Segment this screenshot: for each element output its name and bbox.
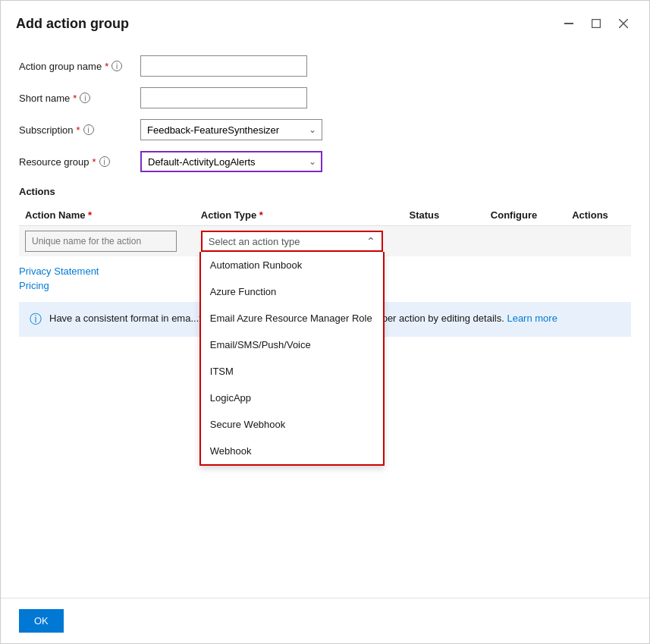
resource-group-select[interactable]: Default-ActivityLogAlerts <box>140 151 322 172</box>
subscription-select[interactable]: Feedback-FeatureSynthesizer <box>140 119 322 140</box>
subscription-select-wrapper: Feedback-FeatureSynthesizer ⌄ <box>140 119 322 140</box>
svg-rect-1 <box>592 20 601 28</box>
action-name-cell <box>19 226 195 257</box>
dropdown-item-logicapp[interactable]: LogicApp <box>201 385 383 411</box>
maximize-button[interactable] <box>586 13 607 34</box>
action-group-name-row: Action group name * i <box>19 55 631 77</box>
action-group-name-info-icon[interactable]: i <box>111 61 122 71</box>
col-header-status: Status <box>404 205 485 226</box>
action-type-dropdown-menu: Automation Runbook Azure Function Email … <box>199 252 385 466</box>
close-button[interactable] <box>613 13 634 34</box>
titlebar-controls <box>558 13 634 34</box>
learn-more-link[interactable]: Learn more <box>507 313 557 324</box>
action-group-name-label: Action group name * i <box>19 61 140 72</box>
col-header-configure: Configure <box>485 205 566 226</box>
required-star-3: * <box>77 124 80 136</box>
col-action-type-required: * <box>259 209 263 221</box>
dialog-title: Add action group <box>16 16 129 32</box>
status-cell <box>404 226 485 257</box>
actions-section-label: Actions <box>19 186 631 197</box>
info-banner-icon: ⓘ <box>30 312 42 328</box>
dropdown-item-email-azure-resource-manager-role[interactable]: Email Azure Resource Manager Role <box>201 305 383 331</box>
dialog-titlebar: Add action group <box>1 1 649 43</box>
dropdown-item-email-sms-push-voice[interactable]: Email/SMS/Push/Voice <box>201 331 383 358</box>
dialog-footer: OK <box>1 598 649 643</box>
required-star: * <box>105 61 108 72</box>
minimize-button[interactable] <box>558 13 579 34</box>
dropdown-item-webhook[interactable]: Webhook <box>201 438 383 464</box>
actions-table: Action Name * Action Type * Status Confi… <box>19 205 631 256</box>
dialog-body: Action group name * i Short name * i Sub… <box>1 43 649 598</box>
col-header-actions: Actions <box>566 205 631 226</box>
required-star-2: * <box>73 93 77 104</box>
short-name-row: Short name * i <box>19 87 631 108</box>
action-type-cell: Select an action type ⌃ Automation Runbo… <box>195 226 404 257</box>
short-name-label: Short name * i <box>19 93 140 104</box>
col-header-action-name: Action Name * <box>19 205 195 226</box>
configure-cell <box>485 226 566 257</box>
resource-group-info-icon[interactable]: i <box>99 156 110 167</box>
table-row: Select an action type ⌃ Automation Runbo… <box>19 226 631 257</box>
subscription-row: Subscription * i Feedback-FeatureSynthes… <box>19 119 631 140</box>
action-name-input[interactable] <box>25 231 177 252</box>
subscription-label: Subscription * i <box>19 124 140 136</box>
action-group-name-input[interactable] <box>140 55 307 77</box>
dropdown-item-itsm[interactable]: ITSM <box>201 358 383 385</box>
col-action-name-required: * <box>88 209 92 221</box>
resource-group-row: Resource group * i Default-ActivityLogAl… <box>19 151 631 172</box>
col-header-action-type: Action Type * <box>195 205 404 226</box>
dropdown-item-automation-runbook[interactable]: Automation Runbook <box>201 252 383 278</box>
action-type-placeholder: Select an action type <box>209 236 300 247</box>
short-name-info-icon[interactable]: i <box>80 93 90 103</box>
short-name-input[interactable] <box>140 87 307 108</box>
resource-group-select-wrapper: Default-ActivityLogAlerts ⌄ <box>140 151 322 172</box>
add-action-group-dialog: Add action group Action group name * i <box>0 0 650 644</box>
required-star-4: * <box>93 156 96 168</box>
action-type-dropdown-container: Select an action type ⌃ Automation Runbo… <box>201 231 383 252</box>
resource-group-label: Resource group * i <box>19 156 140 168</box>
actions-cell <box>566 226 631 257</box>
dropdown-item-azure-function[interactable]: Azure Function <box>201 278 383 305</box>
action-type-dropdown-trigger[interactable]: Select an action type ⌃ <box>201 231 383 252</box>
subscription-info-icon[interactable]: i <box>83 124 94 135</box>
dropdown-item-secure-webhook[interactable]: Secure Webhook <box>201 411 383 438</box>
action-type-chevron-icon: ⌃ <box>366 235 375 247</box>
ok-button[interactable]: OK <box>19 609 64 633</box>
svg-rect-0 <box>564 23 573 24</box>
